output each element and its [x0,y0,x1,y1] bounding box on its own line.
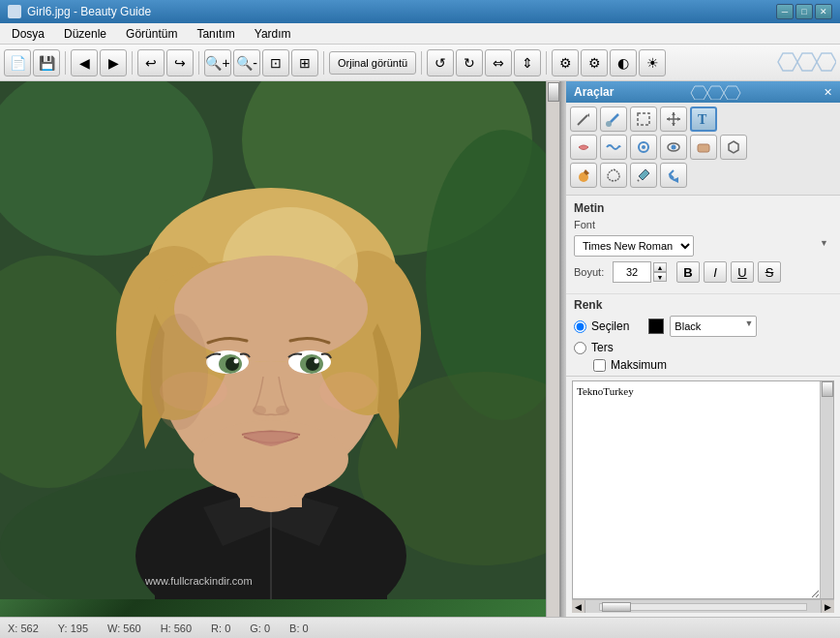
svg-marker-48 [672,123,675,126]
svg-marker-40 [724,86,740,100]
underline-button[interactable]: U [731,261,754,283]
hex-decoration [768,48,836,77]
dropper-tool-btn[interactable] [630,163,657,188]
toolbar-sep-5 [421,51,422,75]
svg-marker-42 [587,113,589,117]
ters-row: Ters [574,341,832,354]
text-scroll-up[interactable] [822,381,833,397]
maksimum-checkbox[interactable] [593,359,606,372]
ring-tool-btn[interactable] [630,135,657,160]
size-label: Boyut: [574,266,613,278]
flip-v-button[interactable]: ⇕ [514,49,541,76]
forward-button[interactable]: ▶ [100,49,127,76]
new-button[interactable]: 📄 [4,49,31,76]
svg-marker-47 [672,112,675,115]
menu-tanitim[interactable]: Tanıtım [189,25,242,43]
scroll-thumb[interactable] [548,82,559,102]
font-select-row: Times New Roman Arial Verdana Tahoma Cou… [574,235,832,257]
hex-tool-btn[interactable] [720,135,747,160]
panel-hex-decoration [690,84,748,100]
zoom-in-button[interactable]: 🔍+ [204,49,231,76]
font-select[interactable]: Times New Roman Arial Verdana Tahoma Cou… [574,235,694,257]
tools-row-1: T [570,106,836,132]
scroll-track [599,603,807,611]
ters-radio[interactable] [574,342,586,354]
main-area: www.fullcrackindir.com Araçlar ✕ [0,81,840,617]
text-input[interactable]: TeknoTurkey [573,381,820,598]
menu-duzenle[interactable]: Düzenle [56,25,114,43]
status-r: R: 0 [211,623,230,634]
original-view-button[interactable]: Orjinal görüntü [329,51,416,75]
text-tool-btn[interactable]: T [690,106,717,132]
toolbar-sep-4 [323,51,324,75]
close-button[interactable]: ✕ [815,4,832,19]
text-horizontal-scrollbar[interactable]: ◀ ▶ [572,599,834,613]
undo-tool-btn[interactable] [660,163,687,188]
menu-yardim[interactable]: Yardım [247,25,299,43]
panel-close-button[interactable]: ✕ [824,86,832,99]
brush-tool-btn[interactable] [600,106,627,132]
status-g: G: 0 [250,623,270,634]
wave-tool-btn[interactable] [600,135,627,160]
toolbar-sep-3 [198,51,199,75]
secilen-label: Seçilen [591,319,629,333]
rotate-left-button[interactable]: ↺ [427,49,454,76]
italic-button[interactable]: I [704,261,727,283]
eye-tool-btn[interactable] [660,135,687,160]
color-select[interactable]: Black White Red Green Blue [670,316,757,337]
secilen-radio[interactable] [574,320,586,333]
scroll-left-btn[interactable]: ◀ [572,600,585,613]
rotate-right-button[interactable]: ↻ [456,49,483,76]
strikethrough-button[interactable]: S [758,261,781,283]
actual-size-button[interactable]: ⊞ [291,49,318,76]
svg-point-33 [276,406,289,415]
size-down-btn[interactable]: ▼ [653,272,667,282]
zoom-out-button[interactable]: 🔍- [233,49,260,76]
fit-button[interactable]: ⊡ [262,49,289,76]
menu-goruntum[interactable]: Görüntüm [118,25,185,43]
svg-marker-1 [797,53,817,71]
save-button[interactable]: 💾 [33,49,60,76]
svg-point-32 [253,406,266,415]
svg-text:T: T [698,112,707,127]
pencil-tool-btn[interactable] [570,106,597,132]
lip-tool-btn[interactable] [570,135,597,160]
flip-h-button[interactable]: ⇔ [485,49,512,76]
settings-button[interactable]: ⚙ [552,49,579,76]
brightness-button[interactable]: ☀ [639,49,666,76]
vertical-scrollbar[interactable] [546,81,559,617]
redo-button[interactable]: ↪ [166,49,194,76]
svg-point-36 [150,314,208,430]
size-up-btn[interactable]: ▲ [653,262,667,272]
image-canvas[interactable]: www.fullcrackindir.com [0,81,559,617]
text-area-section: TeknoTurkey ◀ ▶ [566,376,840,617]
rect-select-tool-btn[interactable] [630,106,657,132]
minimize-button[interactable]: ─ [776,4,794,19]
menu-bar: Dosya Düzenle Görüntüm Tanıtım Yardım [0,23,840,45]
size-input[interactable] [613,261,651,283]
bold-button[interactable]: B [676,261,700,283]
svg-point-55 [672,145,676,150]
scroll-thumb-h[interactable] [602,602,631,612]
filter-button[interactable]: ⚙ [581,49,608,76]
back-button[interactable]: ◀ [71,49,98,76]
secilen-row: Seçilen Black White Red Green Blue [574,316,832,337]
scroll-right-btn[interactable]: ▶ [821,600,834,613]
status-b: B: 0 [289,623,309,634]
text-vertical-scrollbar[interactable] [820,381,833,598]
undo-button[interactable]: ↩ [137,49,165,76]
font-select-wrapper: Times New Roman Arial Verdana Tahoma Cou… [574,235,832,257]
menu-dosya[interactable]: Dosya [4,25,52,43]
fill-tool-btn[interactable] [570,163,597,188]
title-bar: Girl6.jpg - Beauty Guide ─ □ ✕ [0,0,840,23]
toolbar-sep-2 [132,51,133,75]
toolbar: 📄 💾 ◀ ▶ ↩ ↪ 🔍+ 🔍- ⊡ ⊞ Orjinal görüntü ↺ … [0,45,840,81]
svg-point-27 [234,359,239,364]
lasso-tool-btn[interactable] [600,163,627,188]
svg-rect-44 [638,113,649,125]
text-area-wrapper: TeknoTurkey [572,380,834,599]
contrast-button[interactable]: ◐ [610,49,637,76]
skin-tool-btn[interactable] [690,135,717,160]
maximize-button[interactable]: □ [795,4,813,19]
move-tool-btn[interactable] [660,106,687,132]
